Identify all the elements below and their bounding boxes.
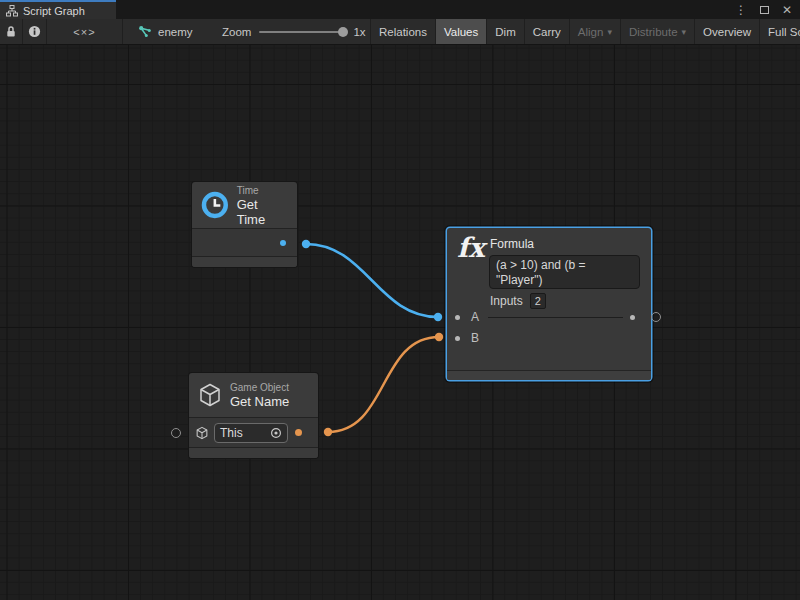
graph-asset-icon — [138, 25, 152, 38]
object-picker-icon[interactable] — [270, 427, 282, 439]
connection-getname-to-b[interactable] — [328, 337, 439, 432]
connection-gettime-to-a[interactable] — [306, 244, 438, 317]
relations-button[interactable]: Relations — [370, 19, 435, 44]
chevron-down-icon: ▾ — [607, 27, 612, 37]
expression-line-1: (a > 10) and (b = — [496, 258, 633, 273]
unconnected-output-indicator[interactable] — [651, 312, 661, 322]
lock-button[interactable] — [0, 19, 23, 44]
align-button[interactable]: Align ▾ — [569, 19, 620, 44]
close-icon[interactable]: ✕ — [782, 4, 792, 16]
distribute-button[interactable]: Distribute ▾ — [620, 19, 694, 44]
zoom-slider[interactable] — [259, 31, 345, 33]
clock-icon — [200, 190, 230, 220]
graph-canvas[interactable]: Time Get Time fx Formula (a > 10) and (b… — [0, 45, 800, 600]
port-row-a: A — [455, 309, 635, 325]
zoom-value: 1x — [353, 26, 365, 38]
node-category: Time — [237, 184, 289, 197]
connection-endpoint[interactable] — [324, 428, 332, 436]
code-view-button[interactable]: <×> — [47, 19, 123, 44]
formula-expression-field[interactable]: (a > 10) and (b = "Player") — [489, 255, 640, 289]
input-port-a[interactable] — [455, 315, 460, 320]
input-port-b[interactable] — [455, 336, 460, 341]
zoom-control: Zoom 1x — [222, 19, 366, 44]
inputs-label: Inputs — [490, 294, 523, 308]
game-object-cube-icon — [197, 382, 223, 408]
inputs-count-stepper[interactable]: 2 — [530, 293, 546, 309]
code-icon: <×> — [73, 26, 95, 38]
port-a-label: A — [471, 310, 479, 324]
connection-endpoint[interactable] — [302, 240, 310, 248]
zoom-label: Zoom — [222, 26, 251, 38]
unconnected-input-indicator[interactable] — [171, 428, 181, 438]
values-button[interactable]: Values — [435, 19, 486, 44]
output-port-time[interactable] — [280, 240, 286, 246]
node-get-time[interactable]: Time Get Time — [192, 182, 297, 267]
info-button[interactable] — [23, 19, 47, 44]
expression-line-2: "Player") — [496, 273, 633, 288]
formula-inputs-row: Inputs 2 — [490, 293, 546, 309]
connection-endpoint[interactable] — [434, 313, 442, 321]
node-get-name-header[interactable]: Game Object Get Name — [189, 373, 318, 417]
node-footer — [192, 256, 297, 267]
node-title: Get Name — [230, 394, 289, 409]
fullscreen-button[interactable]: Full Screen — [759, 19, 800, 44]
node-get-name[interactable]: Game Object Get Name This — [189, 373, 318, 458]
target-object-field[interactable]: This — [214, 423, 288, 443]
graph-toolbar: <×> enemy Zoom 1x Relations Values Dim C… — [0, 19, 800, 45]
window-controls: ⋮ ✕ — [735, 0, 792, 19]
maximize-icon[interactable] — [760, 6, 769, 14]
fx-icon: fx — [457, 232, 485, 263]
port-b-label: B — [471, 331, 479, 345]
output-port-formula[interactable] — [630, 315, 635, 320]
menu-icon[interactable]: ⋮ — [735, 4, 747, 16]
output-port-name[interactable] — [295, 429, 302, 436]
carry-button[interactable]: Carry — [524, 19, 569, 44]
cube-small-icon — [195, 426, 209, 440]
connections-layer — [0, 45, 800, 600]
node-get-time-body — [192, 228, 297, 256]
node-title: Formula — [490, 237, 534, 251]
dim-button[interactable]: Dim — [486, 19, 523, 44]
relation-line — [488, 317, 623, 318]
graph-reference[interactable]: enemy — [138, 19, 193, 44]
node-formula[interactable]: fx Formula (a > 10) and (b = "Player") I… — [447, 228, 651, 380]
node-get-time-header[interactable]: Time Get Time — [192, 182, 297, 228]
node-get-name-body: This — [189, 417, 318, 447]
node-category: Game Object — [230, 381, 289, 394]
toolbar-buttons: Relations Values Dim Carry Align ▾ Distr… — [370, 19, 800, 44]
node-title: Get Time — [237, 197, 289, 227]
zoom-slider-handle[interactable] — [338, 27, 348, 37]
connection-endpoint[interactable] — [435, 333, 443, 341]
node-footer — [447, 370, 651, 380]
overview-button[interactable]: Overview — [694, 19, 759, 44]
tab-title: Script Graph — [23, 5, 85, 17]
chevron-down-icon: ▾ — [682, 27, 687, 37]
info-icon — [28, 25, 41, 38]
lock-icon — [5, 25, 17, 38]
node-footer — [189, 447, 318, 458]
tab-script-graph[interactable]: Script Graph — [0, 0, 116, 19]
graph-name: enemy — [158, 26, 193, 38]
port-row-b: B — [455, 330, 635, 346]
script-graph-tab-icon — [6, 5, 18, 17]
title-bar: Script Graph ⋮ ✕ — [0, 0, 800, 19]
target-value: This — [220, 426, 266, 440]
